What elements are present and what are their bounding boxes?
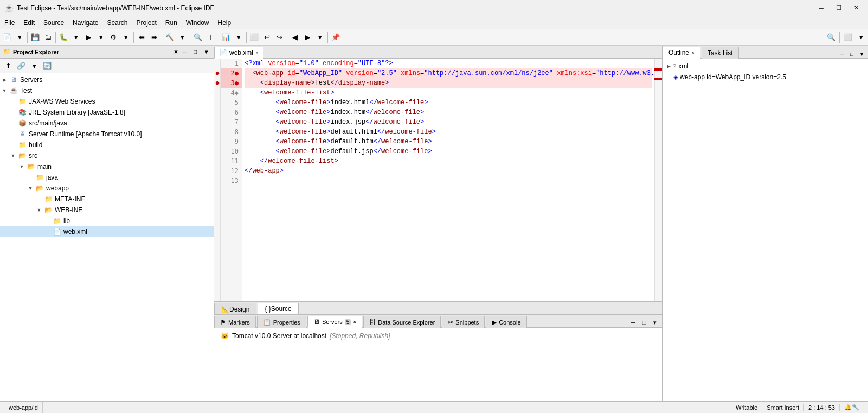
tree-item-metainf[interactable]: 📁 META-INF: [0, 194, 214, 205]
right-tab-tasklist[interactable]: Task List: [702, 47, 739, 59]
menu-source[interactable]: Source: [39, 16, 68, 29]
more-btn-right[interactable]: ▾: [855, 31, 867, 43]
run-button[interactable]: ▶: [82, 31, 94, 43]
view-menu-button[interactable]: ▾: [28, 60, 40, 72]
code-editor[interactable]: ● ● 1 2● 3● 4: [214, 59, 662, 301]
menu-run[interactable]: Run: [161, 16, 182, 29]
build-dropdown[interactable]: ▾: [176, 31, 188, 43]
bottom-minimize-btn[interactable]: ─: [628, 317, 638, 327]
outline-webapp-node[interactable]: ◈ web-app id=WebApp_ID version=2.5: [665, 72, 866, 82]
tree-item-main[interactable]: ▼ 📂 main: [0, 161, 214, 172]
error-dot-5: [214, 98, 221, 107]
error-dot-9: [214, 137, 221, 147]
ext-tools-button[interactable]: ⚙: [107, 31, 119, 43]
ext-tools-dropdown[interactable]: ▾: [120, 31, 132, 43]
prev-button[interactable]: ⬅: [136, 31, 147, 43]
nav-dropdown[interactable]: ▾: [314, 31, 326, 43]
open-perspective-button[interactable]: 📊: [220, 31, 232, 43]
servers-arrow: ▶: [0, 77, 9, 82]
nav-forward-button[interactable]: ▶: [301, 31, 313, 43]
menu-window[interactable]: Window: [182, 16, 214, 29]
menu-navigate[interactable]: Navigate: [68, 16, 102, 29]
tree-item-src[interactable]: ▼ 📂 src: [0, 150, 214, 161]
tab-source[interactable]: { } Source: [258, 303, 298, 314]
webxml-tab-close[interactable]: ×: [255, 50, 259, 56]
outline-xml-root[interactable]: ▶ ? xml: [665, 61, 866, 72]
menu-edit[interactable]: Edit: [19, 16, 39, 29]
menu-search[interactable]: Search: [102, 16, 132, 29]
close-button[interactable]: ✕: [848, 3, 864, 14]
outline-tab-close[interactable]: ×: [691, 50, 695, 56]
bottom-menu-btn[interactable]: ▾: [650, 317, 660, 327]
tree-item-webinf[interactable]: ▼ 📂 WEB-INF: [0, 205, 214, 215]
open-type-button[interactable]: T: [204, 31, 216, 43]
editor-tab-webxml[interactable]: 📄 web.xml ×: [214, 47, 263, 59]
collapse-all-button[interactable]: ⬆: [2, 60, 14, 72]
sync-button[interactable]: 🔄: [41, 60, 53, 72]
status-position-text: 2 : 14 : 53: [808, 404, 835, 411]
tree-item-jaxws[interactable]: 📁 JAX-WS Web Services: [0, 96, 214, 107]
undo-button[interactable]: ↩: [261, 31, 273, 43]
maximize-button[interactable]: ☐: [831, 3, 846, 14]
new-button[interactable]: 📄: [1, 31, 13, 43]
tree-item-jre[interactable]: 📚 JRE System Library [JavaSE-1.8]: [0, 107, 214, 118]
nav-back-button[interactable]: ◀: [289, 31, 301, 43]
outline-menu-btn[interactable]: ▾: [857, 49, 866, 58]
perspective-dropdown[interactable]: ▾: [233, 31, 245, 43]
java-icon: 📁: [35, 173, 44, 182]
bottom-maximize-btn[interactable]: □: [639, 317, 649, 327]
next-button[interactable]: ➡: [148, 31, 160, 43]
tree-item-webxml[interactable]: 📄 web.xml: [0, 226, 214, 237]
error-dot-6: [214, 107, 221, 117]
menu-file[interactable]: File: [0, 16, 19, 29]
outline-collapse-btn[interactable]: ─: [838, 49, 846, 58]
tree-item-webapp[interactable]: ▼ 📂 webapp: [0, 183, 214, 194]
menu-project[interactable]: Project: [132, 16, 160, 29]
project-explorer-close[interactable]: ×: [174, 48, 178, 56]
toolbar-separator-4: [162, 32, 162, 43]
search-button[interactable]: 🔍: [192, 31, 204, 43]
code-content[interactable]: <?xml version="1.0" encoding="UTF-8"?> <…: [242, 59, 654, 301]
perspective-btn-right[interactable]: ⬜: [842, 31, 854, 43]
pin-button[interactable]: 📌: [330, 31, 342, 43]
metainf-label: META-INF: [55, 195, 85, 203]
server-entry-tomcat[interactable]: 🐱 Tomcat v10.0 Server at localhost [Stop…: [218, 330, 658, 342]
maximize-view-button[interactable]: ⬜: [248, 31, 260, 43]
project-explorer-menu[interactable]: ▾: [202, 48, 210, 56]
minimize-button[interactable]: ─: [814, 3, 829, 14]
right-content: ▶ ? xml ◈ web-app id=WebApp_ID version=2…: [663, 59, 868, 401]
save-all-button[interactable]: 🗂: [42, 31, 54, 43]
project-explorer-minimize[interactable]: ─: [180, 48, 189, 56]
menu-help[interactable]: Help: [214, 16, 236, 29]
btm-tab-servers[interactable]: 🖥 Servers 5 ×: [307, 316, 362, 328]
save-button[interactable]: 💾: [29, 31, 41, 43]
status-mode-text: Writable: [736, 404, 757, 411]
tree-item-srcmainjava[interactable]: 📦 src/main/java: [0, 118, 214, 129]
right-tab-outline[interactable]: Outline ×: [663, 47, 700, 59]
project-explorer-maximize[interactable]: □: [191, 48, 200, 56]
btm-tab-console[interactable]: ▶ Console: [486, 316, 526, 328]
search-icon-right[interactable]: 🔍: [825, 31, 837, 43]
build-button[interactable]: 🔨: [164, 31, 176, 43]
tree-item-serverruntime[interactable]: 🖥 Server Runtime [Apache Tomcat v10.0]: [0, 129, 214, 139]
btm-tab-datasource[interactable]: 🗄 Data Source Explorer: [363, 316, 441, 328]
tree-item-lib[interactable]: 📁 lib: [0, 215, 214, 226]
jre-label: JRE System Library [JavaSE-1.8]: [29, 109, 125, 116]
btm-tab-markers[interactable]: ⚑ Markers: [214, 316, 256, 328]
tab-design[interactable]: 📐 Design: [214, 303, 256, 314]
outline-maximize-btn[interactable]: □: [847, 49, 856, 58]
tree-item-test[interactable]: ▼ ☕ Test: [0, 85, 214, 96]
tree-item-servers[interactable]: ▶ 🖥 Servers: [0, 74, 214, 85]
run-dropdown[interactable]: ▾: [95, 31, 107, 43]
btm-tab-properties[interactable]: 📋 Properties: [257, 316, 306, 328]
link-with-editor-button[interactable]: 🔗: [15, 60, 27, 72]
redo-button[interactable]: ↪: [273, 31, 285, 43]
debug-dropdown[interactable]: ▾: [70, 31, 82, 43]
debug-config-button[interactable]: 🐛: [57, 31, 69, 43]
outline-webapp-icon: ◈: [673, 74, 678, 81]
tree-item-build[interactable]: 📁 build: [0, 139, 214, 150]
btm-tab-snippets[interactable]: ✂ Snippets: [442, 316, 485, 328]
new-dropdown[interactable]: ▾: [14, 31, 25, 43]
tree-item-java[interactable]: 📁 java: [0, 172, 214, 183]
servers-close[interactable]: ×: [353, 319, 356, 325]
